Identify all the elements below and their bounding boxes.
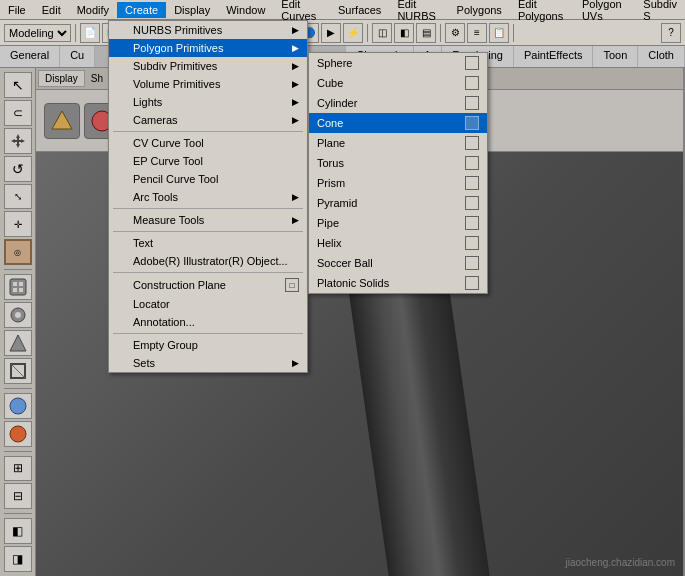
layer-editor-btn[interactable]: ▤ xyxy=(416,23,436,43)
menu-pencil-curve[interactable]: Pencil Curve Tool xyxy=(109,170,307,188)
icon5-btn[interactable] xyxy=(4,393,32,419)
tool-sep1 xyxy=(4,269,32,270)
scale-tool-btn[interactable]: ⤡ xyxy=(4,184,32,210)
shelf-icon1[interactable] xyxy=(44,103,80,139)
menu-measure-tools[interactable]: Measure Tools ▶ xyxy=(109,211,307,229)
helix-option-icon[interactable] xyxy=(465,236,479,250)
lasso-tool-btn[interactable]: ⊂ xyxy=(4,100,32,126)
sub-plane[interactable]: Plane xyxy=(309,133,487,153)
menu-surfaces[interactable]: Surfaces xyxy=(330,2,389,18)
menu-cameras[interactable]: Cameras ▶ xyxy=(109,111,307,129)
sub-pyramid[interactable]: Pyramid xyxy=(309,193,487,213)
icon6-btn[interactable] xyxy=(4,421,32,447)
shelf-tab-sh[interactable]: Sh xyxy=(85,71,109,86)
input-ops-btn[interactable]: ⚙ xyxy=(445,23,465,43)
soft-select-btn[interactable]: ◎ xyxy=(4,239,32,265)
attr-editor-btn[interactable]: 📋 xyxy=(489,23,509,43)
pipe-option-icon[interactable] xyxy=(465,216,479,230)
icon8-btn[interactable]: ◨ xyxy=(4,546,32,572)
menu-nurbs-primitives[interactable]: NURBS Primitives ▶ xyxy=(109,21,307,39)
tool-sep2 xyxy=(4,388,32,389)
sub-torus[interactable]: Torus xyxy=(309,153,487,173)
menu-create[interactable]: Create xyxy=(117,2,166,18)
icon2-btn[interactable] xyxy=(4,302,32,328)
plane-option-icon[interactable] xyxy=(465,136,479,150)
sub-prism[interactable]: Prism xyxy=(309,173,487,193)
menu-polygon-primitives[interactable]: Polygon Primitives ▶ xyxy=(109,39,307,57)
sub-pipe[interactable]: Pipe xyxy=(309,213,487,233)
polygon-primitives-submenu: Sphere Cube Cylinder Cone Plane Torus Pr… xyxy=(308,52,488,294)
show-hide-btn[interactable]: ◫ xyxy=(372,23,392,43)
icon1-btn[interactable] xyxy=(4,274,32,300)
menu-volume-primitives[interactable]: Volume Primitives ▶ xyxy=(109,75,307,93)
menu-edit[interactable]: Edit xyxy=(34,2,69,18)
cone-option-icon[interactable] xyxy=(465,116,479,130)
universal-manip-btn[interactable]: ✛ xyxy=(4,211,32,237)
sub-helix[interactable]: Helix xyxy=(309,233,487,253)
mode-selector[interactable]: Modeling xyxy=(4,24,71,42)
sub-cylinder[interactable]: Cylinder xyxy=(309,93,487,113)
sub-platonic-solids[interactable]: Platonic Solids xyxy=(309,273,487,293)
icon4-btn[interactable] xyxy=(4,358,32,384)
menu-sets[interactable]: Sets ▶ xyxy=(109,354,307,372)
menu-ep-curve[interactable]: EP Curve Tool xyxy=(109,152,307,170)
svg-marker-0 xyxy=(11,134,25,148)
menu-polygon-uvs[interactable]: Polygon UVs xyxy=(574,0,635,24)
prism-option-icon[interactable] xyxy=(465,176,479,190)
menu-construction-plane[interactable]: Construction Plane □ xyxy=(109,275,307,295)
tab-cu[interactable]: Cu xyxy=(60,46,95,67)
menu-cv-curve[interactable]: CV Curve Tool xyxy=(109,134,307,152)
menu-text[interactable]: Text xyxy=(109,234,307,252)
menu-arc-tools[interactable]: Arc Tools ▶ xyxy=(109,188,307,206)
menu-annotation[interactable]: Annotation... xyxy=(109,313,307,331)
icon7-btn[interactable]: ◧ xyxy=(4,518,32,544)
platonic-option-icon[interactable] xyxy=(465,276,479,290)
menu-sep4 xyxy=(113,272,303,273)
ipr-btn[interactable]: ⚡ xyxy=(343,23,363,43)
svg-marker-8 xyxy=(10,335,26,351)
help-btn[interactable]: ? xyxy=(661,23,681,43)
sub-cone[interactable]: Cone xyxy=(309,113,487,133)
grid2-btn[interactable]: ⊟ xyxy=(4,483,32,509)
menu-display[interactable]: Display xyxy=(166,2,218,18)
channel-box-btn[interactable]: ≡ xyxy=(467,23,487,43)
shelf-tab-display[interactable]: Display xyxy=(38,70,85,87)
sub-cube[interactable]: Cube xyxy=(309,73,487,93)
svg-rect-2 xyxy=(13,282,17,286)
new-file-btn[interactable]: 📄 xyxy=(80,23,100,43)
torus-option-icon[interactable] xyxy=(465,156,479,170)
pyramid-option-icon[interactable] xyxy=(465,196,479,210)
tab-cloth[interactable]: Cloth xyxy=(638,46,685,67)
menu-file[interactable]: File xyxy=(0,2,34,18)
move-tool-btn[interactable] xyxy=(4,128,32,154)
soccer-option-icon[interactable] xyxy=(465,256,479,270)
toolbar-sep5 xyxy=(367,24,368,42)
sub-soccer-ball[interactable]: Soccer Ball xyxy=(309,253,487,273)
menu-window[interactable]: Window xyxy=(218,2,273,18)
grid-btn[interactable]: ⊞ xyxy=(4,456,32,482)
subdiv-arrow-icon: ▶ xyxy=(292,61,299,71)
sphere-option-icon[interactable] xyxy=(465,56,479,70)
tab-general[interactable]: General xyxy=(0,46,60,67)
cube-option-icon[interactable] xyxy=(465,76,479,90)
tab-toon[interactable]: Toon xyxy=(593,46,638,67)
rotate-tool-btn[interactable]: ↺ xyxy=(4,156,32,182)
select-by-type-btn[interactable]: ◧ xyxy=(394,23,414,43)
tab-paint-effects[interactable]: PaintEffects xyxy=(514,46,594,67)
menu-subdiv[interactable]: Subdiv S xyxy=(635,0,685,24)
menu-edit-polygons[interactable]: Edit Polygons xyxy=(510,0,574,24)
menu-empty-group[interactable]: Empty Group xyxy=(109,336,307,354)
menubar: File Edit Modify Create Display Window E… xyxy=(0,0,685,20)
cylinder-option-icon[interactable] xyxy=(465,96,479,110)
menu-lights[interactable]: Lights ▶ xyxy=(109,93,307,111)
select-tool-btn[interactable]: ↖ xyxy=(4,72,32,98)
menu-edit-nurbs[interactable]: Edit NURBS xyxy=(389,0,448,24)
render-btn[interactable]: ▶ xyxy=(321,23,341,43)
menu-polygons[interactable]: Polygons xyxy=(449,2,510,18)
menu-locator[interactable]: Locator xyxy=(109,295,307,313)
sub-sphere[interactable]: Sphere xyxy=(309,53,487,73)
menu-illustrator[interactable]: Adobe(R) Illustrator(R) Object... xyxy=(109,252,307,270)
menu-subdiv-primitives[interactable]: Subdiv Primitives ▶ xyxy=(109,57,307,75)
menu-modify[interactable]: Modify xyxy=(69,2,117,18)
icon3-btn[interactable] xyxy=(4,330,32,356)
